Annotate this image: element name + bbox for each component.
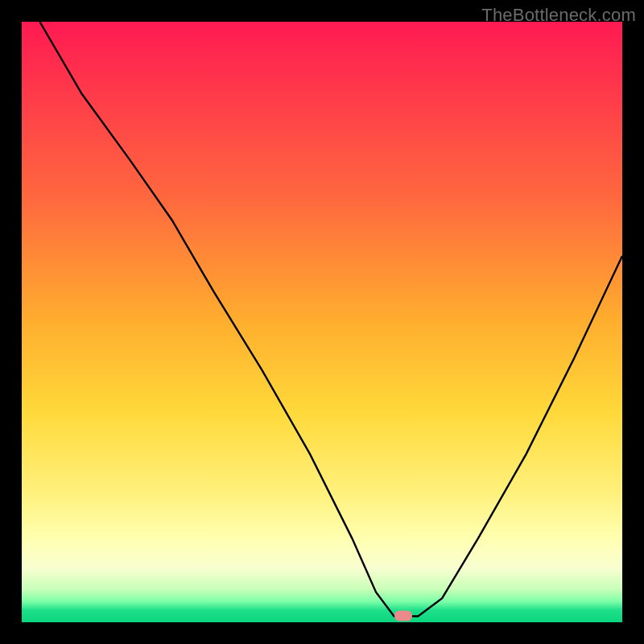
bottleneck-curve (39, 22, 622, 617)
curve-svg (22, 22, 622, 622)
optimal-marker (394, 610, 412, 621)
chart-frame: TheBottleneck.com (0, 0, 644, 644)
plot-area (22, 22, 622, 622)
watermark-text: TheBottleneck.com (481, 5, 636, 26)
